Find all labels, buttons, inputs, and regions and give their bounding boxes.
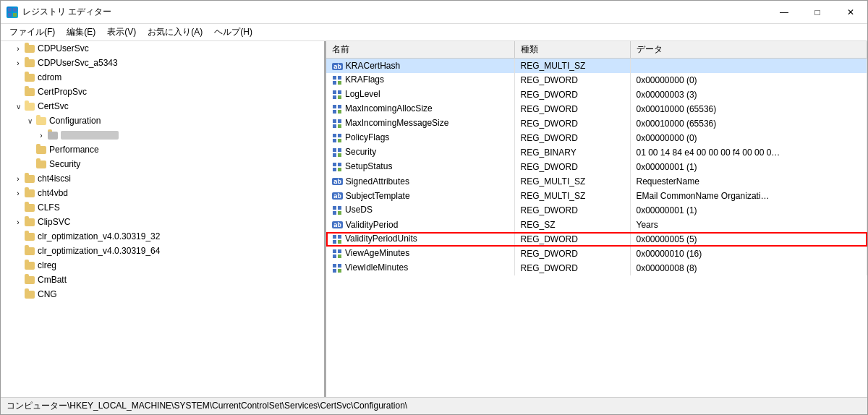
tree-item-cdpusersvc[interactable]: › CDPUserSvc	[1, 41, 324, 56]
cell-name: SetupStatus	[326, 160, 514, 174]
cell-data: EMail CommonName Organizati…	[630, 189, 867, 203]
menu-file[interactable]: ファイル(F)	[4, 25, 61, 40]
tree-item-cmbatt[interactable]: CmBatt	[1, 273, 324, 287]
tree-item-configuration[interactable]: ∨ Configuration	[1, 114, 324, 128]
menu-edit[interactable]: 編集(E)	[61, 25, 101, 40]
folder-icon	[24, 58, 35, 68]
table-row[interactable]: MaxIncomingMessageSizeREG_DWORD0x0001000…	[326, 116, 867, 131]
tree-toggle[interactable]: ›	[35, 132, 47, 140]
main-area: › CDPUserSvc › CDPUserSvc_a5343 cdrom	[1, 41, 867, 397]
folder-icon	[35, 159, 47, 169]
tree-item-cdrom[interactable]: cdrom	[1, 70, 324, 85]
table-row[interactable]: LogLevelREG_DWORD0x00000003 (3)	[326, 87, 867, 102]
tree-toggle[interactable]: ›	[12, 59, 24, 67]
folder-icon	[35, 116, 47, 126]
tree-label: cht4iscsi	[38, 174, 71, 184]
svg-rect-32	[333, 206, 336, 210]
folder-icon	[24, 260, 35, 270]
table-row[interactable]: ViewAgeMinutesREG_DWORD0x00000010 (16)	[326, 247, 867, 261]
cell-name: MaxIncomingAllocSize	[326, 102, 514, 116]
minimize-button[interactable]: —	[767, 1, 801, 24]
tree-label: cdrom	[38, 72, 61, 82]
bin-icon	[332, 205, 342, 215]
close-button[interactable]: ✕	[834, 1, 867, 24]
svg-rect-38	[333, 240, 336, 244]
svg-rect-35	[338, 211, 341, 215]
table-row[interactable]: abKRACertHashREG_MULTI_SZ	[326, 59, 867, 73]
app-icon	[7, 7, 18, 18]
cell-name: KRAFlags	[326, 73, 514, 87]
table-row[interactable]: abValidityPeriodREG_SZYears	[326, 218, 867, 232]
svg-rect-4	[333, 76, 336, 80]
table-row[interactable]: KRAFlagsREG_DWORD0x00000000 (0)	[326, 73, 867, 87]
ab-icon: ab	[332, 221, 343, 228]
tree-item-clr-opt-32[interactable]: clr_optimization_v4.0.30319_32	[1, 229, 324, 244]
tree-item-cht4vbd[interactable]: › cht4vbd	[1, 186, 324, 200]
tree-item-clr-opt-64[interactable]: clr_optimization_v4.0.30319_64	[1, 244, 324, 258]
cell-name: Security	[326, 145, 514, 160]
tree-toggle[interactable]: ∨	[24, 117, 35, 125]
cell-name: PolicyFlags	[326, 131, 514, 145]
cell-type: REG_DWORD	[514, 261, 630, 275]
svg-rect-13	[338, 105, 341, 108]
tree-item-clipsvc[interactable]: › ClipSVC	[1, 215, 324, 229]
table-row[interactable]: SecurityREG_BINARY01 00 14 84 e4 00 00 0…	[326, 145, 867, 160]
menu-view[interactable]: 表示(V)	[101, 25, 142, 40]
cell-type: REG_DWORD	[514, 160, 630, 174]
tree-toggle[interactable]: ›	[12, 189, 24, 197]
table-row[interactable]: UseDSREG_DWORD0x00000001 (1)	[326, 203, 867, 218]
tree-toggle[interactable]: ›	[12, 45, 24, 53]
tree-item-cht4iscsi[interactable]: › cht4iscsi	[1, 171, 324, 186]
tree-item-clreg[interactable]: clreg	[1, 258, 324, 273]
table-row[interactable]: MaxIncomingAllocSizeREG_DWORD0x00010000 …	[326, 102, 867, 116]
cell-name: abKRACertHash	[326, 59, 514, 73]
tree-toggle[interactable]: ∨	[12, 103, 24, 111]
tree-toggle[interactable]: ›	[12, 175, 24, 183]
cell-type: REG_DWORD	[514, 73, 630, 87]
tree-label: Configuration	[49, 116, 101, 126]
tree-toggle[interactable]: ›	[12, 218, 24, 226]
col-name: 名前	[326, 41, 514, 59]
tree-panel[interactable]: › CDPUserSvc › CDPUserSvc_a5343 cdrom	[1, 41, 326, 397]
bin-icon	[332, 249, 342, 259]
menu-help[interactable]: ヘルプ(H)	[208, 25, 258, 40]
table-row[interactable]: PolicyFlagsREG_DWORD0x00000000 (0)	[326, 131, 867, 145]
maximize-button[interactable]: □	[801, 1, 834, 24]
folder-icon	[47, 130, 59, 140]
tree-item-performance[interactable]: Performance	[1, 142, 324, 157]
cell-name: MaxIncomingMessageSize	[326, 116, 514, 131]
ab-icon: ab	[332, 178, 343, 185]
tree-item-clfs[interactable]: CLFS	[1, 200, 324, 215]
tree-item-blurred[interactable]: ›	[1, 128, 324, 142]
folder-icon	[24, 231, 35, 241]
table-row[interactable]: SetupStatusREG_DWORD0x00000001 (1)	[326, 160, 867, 174]
table-row[interactable]: ValidityPeriodUnitsREG_DWORD0x00000005 (…	[326, 232, 867, 247]
values-panel[interactable]: 名前 種類 データ abKRACertHashREG_MULTI_SZKRAFl…	[326, 41, 867, 397]
tree-label: clr_optimization_v4.0.30319_64	[38, 246, 160, 256]
tree-item-cdpusersvc-a5343[interactable]: › CDPUserSvc_a5343	[1, 56, 324, 70]
table-row[interactable]: ViewIdleMinutesREG_DWORD0x00000008 (8)	[326, 261, 867, 275]
ab-icon: ab	[332, 63, 343, 70]
svg-rect-29	[338, 163, 341, 166]
table-row[interactable]: abSubjectTemplateREG_MULTI_SZEMail Commo…	[326, 189, 867, 203]
cell-type: REG_DWORD	[514, 87, 630, 102]
window-controls: — □ ✕	[767, 1, 867, 24]
tree-item-certpropsvc[interactable]: CertPropSvc	[1, 85, 324, 99]
cell-data: 01 00 14 84 e4 00 00 00 f4 00 00 0…	[630, 145, 867, 160]
tree-item-certsvc[interactable]: ∨ CertSvc	[1, 99, 324, 114]
tree-label: CLFS	[38, 202, 60, 213]
folder-icon	[24, 72, 35, 82]
svg-rect-23	[338, 139, 341, 142]
svg-rect-26	[333, 153, 336, 157]
tree-item-security[interactable]: Security	[1, 157, 324, 171]
table-row[interactable]: abSignedAttributesREG_MULTI_SZRequesterN…	[326, 174, 867, 189]
tree-item-cng[interactable]: CNG	[1, 287, 324, 301]
title-bar-left: レジストリ エディター	[7, 6, 111, 18]
tree-scroll[interactable]: › CDPUserSvc › CDPUserSvc_a5343 cdrom	[1, 41, 324, 397]
folder-icon	[24, 289, 35, 299]
tree-label: CertPropSvc	[38, 87, 87, 97]
tree-label: clr_optimization_v4.0.30319_32	[38, 231, 160, 241]
cell-name: abValidityPeriod	[326, 218, 514, 232]
svg-rect-41	[338, 249, 341, 253]
menu-favorites[interactable]: お気に入り(A)	[142, 25, 208, 40]
